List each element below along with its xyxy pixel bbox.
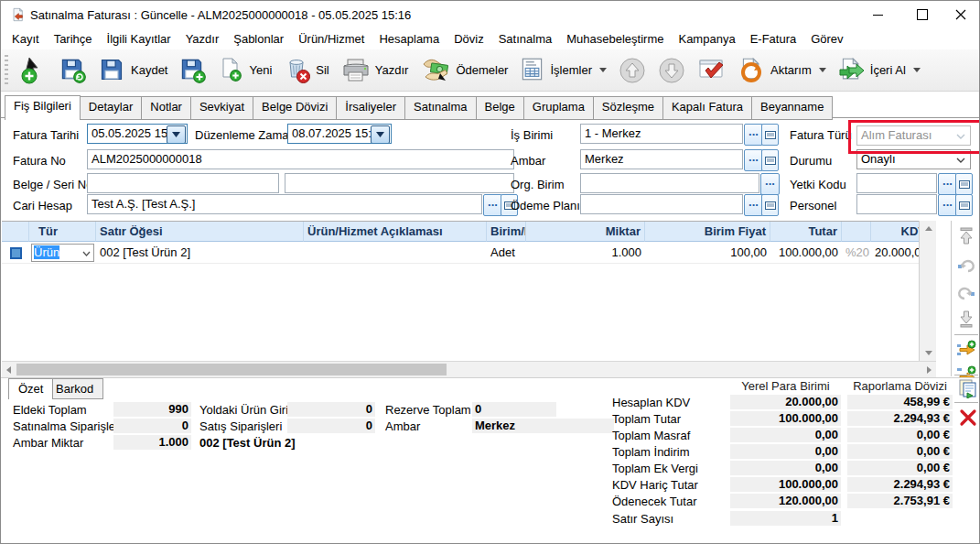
grid-header-tutar[interactable]: Tutar xyxy=(770,222,842,242)
tab-beyanname[interactable]: Beyanname xyxy=(752,96,833,120)
tab-notlar[interactable]: Notlar xyxy=(142,96,191,120)
row-kdv-cell[interactable]: 20.000,00 xyxy=(871,242,919,264)
grid-header-birim[interactable]: Birim/P... xyxy=(487,222,526,242)
print-button[interactable]: Yazdır xyxy=(337,55,414,86)
select-add-button[interactable] xyxy=(16,54,52,87)
grid-header-kdv[interactable]: KDV xyxy=(871,222,919,242)
undo-icon[interactable] xyxy=(956,254,976,274)
menu-urun-hizmet[interactable]: Ürün/Hizmet xyxy=(291,30,372,48)
tab-irsaliyeler[interactable]: İrsaliyeler xyxy=(337,96,405,120)
grid-header-miktar[interactable]: Miktar xyxy=(526,222,645,242)
duzenleme-zamani-field[interactable]: 08.07.2025 15:16 xyxy=(287,124,392,144)
yetki-kodu-keypad-button[interactable] xyxy=(955,173,973,195)
duzenleme-zamani-dropdown[interactable] xyxy=(371,125,390,144)
payments-button[interactable]: Ödemeler xyxy=(415,55,512,86)
ambar-keypad-button[interactable] xyxy=(761,149,779,171)
tab-kapali-fatura[interactable]: Kapalı Fatura xyxy=(663,96,752,120)
menu-e-fatura[interactable]: E-Fatura xyxy=(743,30,804,48)
tur-combo[interactable]: Ürün xyxy=(31,244,94,262)
row-satir-ogesi-cell[interactable]: 002 [Test Ürün 2] xyxy=(96,242,304,264)
grid-vertical-scrollbar[interactable] xyxy=(919,221,936,361)
tab-gruplama[interactable]: Gruplama xyxy=(524,96,594,120)
save-button[interactable]: Kaydet xyxy=(94,55,172,86)
ambar-field[interactable]: Merkez xyxy=(580,149,743,169)
is-birimi-lookup-button[interactable]: ... xyxy=(744,124,763,146)
fatura-no-field[interactable]: ALM2025000000018 xyxy=(87,149,514,169)
tab-belge[interactable]: Belge xyxy=(477,96,524,120)
tab-belge-dovizi[interactable]: Belge Dövizi xyxy=(253,96,337,120)
menu-ilgili-kayitlar[interactable]: İlgili Kayıtlar xyxy=(100,30,178,48)
cari-hesap-lookup-button[interactable]: ... xyxy=(483,194,502,216)
grid-header-tur[interactable]: Tür xyxy=(29,222,96,242)
move-row-bottom-icon[interactable] xyxy=(956,309,976,329)
minimize-button[interactable] xyxy=(857,1,899,28)
maximize-button[interactable] xyxy=(901,1,942,28)
grid-header-aciklama[interactable]: Ürün/Hizmet Açıklaması xyxy=(304,222,487,242)
grid-horizontal-scrollbar[interactable] xyxy=(2,361,936,377)
menu-doviz[interactable]: Döviz xyxy=(447,30,491,48)
grid-header-birim-fiyat[interactable]: Birim Fiyat xyxy=(645,222,770,242)
org-birim-lookup-button[interactable]: ... xyxy=(760,173,780,195)
fatura-tarihi-field[interactable]: 05.05.2025 15:16 xyxy=(87,124,188,144)
insert-row-icon[interactable] xyxy=(956,340,976,360)
personel-field[interactable] xyxy=(856,194,937,214)
seri-no-field[interactable] xyxy=(285,173,514,193)
row-aciklama-cell[interactable] xyxy=(304,242,487,264)
odeme-plani-field[interactable] xyxy=(580,194,743,214)
menu-kampanya[interactable]: Kampanya xyxy=(671,30,742,48)
ambar-lookup-button[interactable]: ... xyxy=(744,149,763,171)
personel-keypad-button[interactable] xyxy=(955,194,973,216)
menu-kayit[interactable]: Kayıt xyxy=(5,30,47,48)
row-selector-cell[interactable] xyxy=(2,242,29,264)
belge-no-field[interactable] xyxy=(87,173,279,193)
delete-line-icon[interactable] xyxy=(958,408,978,428)
is-birimi-field[interactable]: 1 - Merkez xyxy=(580,124,743,144)
transfer-button[interactable]: Aktarım xyxy=(734,55,831,86)
is-birimi-keypad-button[interactable] xyxy=(761,124,779,146)
new-button[interactable]: Yeni xyxy=(214,55,276,86)
operations-button[interactable]: İşlemler xyxy=(515,55,611,86)
row-birim-cell[interactable]: Adet xyxy=(487,242,526,264)
cari-hesap-field[interactable]: Test A.Ş. [Test A.Ş.] xyxy=(87,194,482,214)
grid-header-kdv-orani[interactable] xyxy=(842,222,871,242)
row-birim-fiyat-cell[interactable]: 100,00 xyxy=(645,242,770,264)
tab-detaylar[interactable]: Detaylar xyxy=(81,96,142,120)
save-new-button[interactable] xyxy=(175,55,211,86)
menu-gorev[interactable]: Görev xyxy=(803,30,850,48)
row-tutar-cell[interactable]: 100.000,00 xyxy=(770,242,842,264)
close-button[interactable] xyxy=(940,1,980,28)
personel-lookup-button[interactable]: ... xyxy=(938,194,957,216)
scrollbar-thumb[interactable] xyxy=(16,364,447,375)
org-birim-field[interactable] xyxy=(580,173,759,193)
tab-sevkiyat[interactable]: Sevkiyat xyxy=(191,96,253,120)
move-down-button[interactable] xyxy=(653,55,690,86)
copy-document-icon[interactable] xyxy=(958,378,978,398)
redo-icon[interactable] xyxy=(956,281,976,301)
menu-muhasebelestirme[interactable]: Muhasebeleştirme xyxy=(559,30,671,48)
grid-header-satir-ogesi[interactable]: Satır Öğesi xyxy=(96,222,304,242)
toolbar-grip[interactable] xyxy=(5,55,8,86)
yetki-kodu-lookup-button[interactable]: ... xyxy=(938,173,957,195)
menu-yazdir[interactable]: Yazdır xyxy=(178,30,227,48)
odeme-plani-lookup-button[interactable]: ... xyxy=(744,194,763,216)
move-up-button[interactable] xyxy=(614,55,651,86)
menu-tarihce[interactable]: Tarihçe xyxy=(47,30,100,48)
tab-sozlesme[interactable]: Sözleşme xyxy=(594,96,663,120)
menu-satinalma[interactable]: Satınalma xyxy=(491,30,560,48)
menu-sablonlar[interactable]: Şablonlar xyxy=(226,30,291,48)
save-refresh-button[interactable] xyxy=(55,55,92,86)
fatura-tarihi-dropdown[interactable] xyxy=(167,125,186,144)
odeme-plani-keypad-button[interactable] xyxy=(761,194,779,216)
approve-button[interactable] xyxy=(693,55,731,86)
tab-satinalma[interactable]: Satınalma xyxy=(405,96,477,120)
tab-barkod[interactable]: Barkod xyxy=(46,378,103,399)
yetki-kodu-field[interactable] xyxy=(856,173,937,193)
move-row-top-icon[interactable] xyxy=(956,226,976,246)
tab-ozet[interactable]: Özet xyxy=(8,378,53,399)
row-miktar-cell[interactable]: 1.000 xyxy=(526,242,645,264)
delete-button[interactable]: Sil xyxy=(279,55,333,86)
menu-hesaplama[interactable]: Hesaplama xyxy=(372,30,447,48)
tab-fis-bilgileri[interactable]: Fiş Bilgileri xyxy=(5,95,81,120)
import-button[interactable]: İçeri Al xyxy=(834,55,925,86)
row-kdv-orani-cell[interactable]: %20 xyxy=(842,242,871,264)
